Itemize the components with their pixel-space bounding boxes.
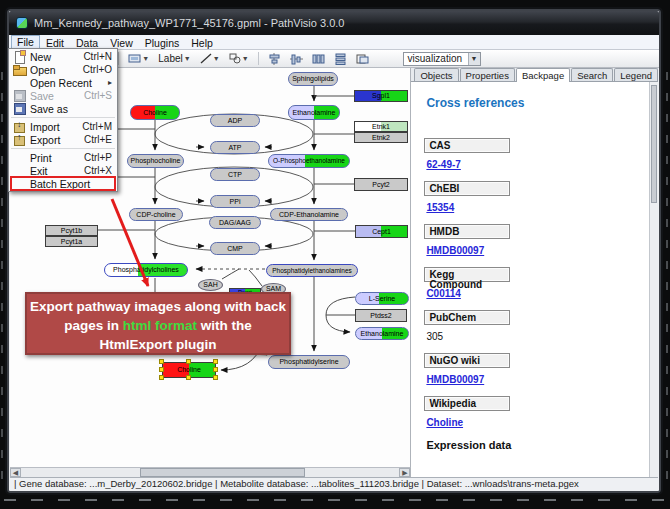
menu-item-shortcut: Ctrl+P (84, 152, 112, 163)
pathway-node-ctp[interactable]: CTP (210, 168, 260, 181)
menu-plugins[interactable]: Plugins (139, 35, 185, 49)
file-menu-item-save[interactable]: SaveCtrl+S (9, 89, 117, 102)
pathway-node-ethanolamine[interactable]: Ethanolamine (288, 105, 340, 120)
file-menu-item-batch-export[interactable]: Batch Export (9, 177, 117, 190)
xref-title: Kegg Compound (424, 267, 510, 282)
pathway-node-sphingolipids[interactable]: Sphingolipids (288, 72, 338, 86)
pathway-node-ppi[interactable]: PPi (210, 195, 260, 208)
selection-handle[interactable] (213, 359, 218, 364)
submenu-arrow-icon: ▸ (108, 78, 112, 87)
menu-help[interactable]: Help (185, 35, 219, 49)
pathway-node-phosphatidylcholines[interactable]: Phosphatidylcholines (104, 263, 188, 277)
chevron-down-icon[interactable]: ▼ (142, 55, 149, 62)
desktop-texture (4, 499, 666, 501)
pathway-node-sah[interactable]: SAH (198, 279, 223, 291)
pathway-node-choline[interactable]: Choline (130, 105, 180, 120)
menu-item-label: Save (30, 90, 54, 102)
selection-handle[interactable] (186, 375, 191, 380)
scroll-right-icon[interactable]: ▶ (399, 468, 410, 477)
pathway-node-phosphocholine[interactable]: Phosphocholine (127, 154, 184, 168)
xref-value: 305 (426, 331, 658, 342)
menu-edit[interactable]: Edit (40, 35, 70, 49)
toolbar-separator (118, 52, 119, 65)
pathway-node-etnk1[interactable]: Etnk1 (354, 121, 408, 132)
chevron-down-icon[interactable]: ▼ (213, 55, 220, 62)
tab-backpage[interactable]: Backpage (516, 68, 570, 82)
distribute-vertical-button[interactable] (331, 51, 350, 66)
pathway-node-cmp[interactable]: CMP (210, 242, 260, 255)
desktop-texture (1, 60, 3, 479)
scrollbar-thumb[interactable] (140, 468, 305, 477)
window-title: Mm_Kennedy_pathway_WP1771_45176.gpml - P… (34, 17, 344, 29)
pathway-node-pcyt1b[interactable]: Pcyt1b (45, 225, 98, 236)
file-menu-item-import[interactable]: ImportCtrl+M (9, 120, 117, 133)
pathway-node-atp[interactable]: ATP (210, 141, 260, 154)
label-tool-button[interactable]: Label ▼ (155, 51, 193, 66)
import-icon (12, 121, 27, 132)
pathway-node-pcyt1a[interactable]: Pcyt1a (45, 236, 98, 247)
pathway-node-phosphatidylethanolamines[interactable]: Phosphatidylethanolamines (266, 264, 358, 277)
pathway-node-sgpl1[interactable]: Sgpl1 (354, 90, 408, 102)
align-center-vertical-button[interactable] (287, 51, 306, 66)
pathway-node-cdp-choline[interactable]: CDP-choline (129, 208, 183, 221)
chevron-down-icon[interactable]: ▼ (242, 55, 249, 62)
chevron-down-icon[interactable]: ▼ (184, 55, 191, 62)
distribute-horizontal-button[interactable] (309, 51, 328, 66)
xref-link[interactable]: 15354 (426, 202, 658, 213)
file-menu-item-new[interactable]: NewCtrl+N (9, 50, 117, 63)
selection-handle[interactable] (213, 367, 218, 372)
file-menu-item-exit[interactable]: ExitCtrl+X (9, 164, 117, 177)
selection-handle[interactable] (159, 375, 164, 380)
pathway-node-phosphatidylserine[interactable]: Phosphatidylserine (268, 355, 350, 369)
xref-link[interactable]: HMDB00097 (426, 374, 658, 385)
pathway-node-l-serine[interactable]: L-Serine (355, 292, 409, 305)
file-menu-item-open[interactable]: OpenCtrl+O (9, 63, 117, 76)
pathway-node-pcyt2[interactable]: Pcyt2 (354, 178, 408, 191)
selection-handle[interactable] (159, 367, 164, 372)
tab-objects[interactable]: Objects (414, 68, 458, 81)
file-menu-item-open-recent[interactable]: Open Recent▸ (9, 76, 117, 89)
chevron-down-icon[interactable]: ▼ (468, 53, 480, 65)
pathway-node-ptdss2[interactable]: Ptdss2 (355, 309, 407, 322)
scrollbar-thumb[interactable] (651, 85, 657, 203)
backpage-panel: Cross references CAS62-49-7ChEBI15354HMD… (411, 82, 658, 477)
pathway-node-adp[interactable]: ADP (210, 114, 260, 127)
line-tool-button[interactable]: ▼ (197, 51, 223, 66)
tab-search[interactable]: Search (571, 68, 613, 81)
xref-section-chebi: ChEBI15354 (424, 181, 658, 213)
xref-section-cas: CAS62-49-7 (424, 138, 658, 170)
shape-tool-button[interactable]: ▼ (226, 51, 252, 66)
menu-data[interactable]: Data (70, 35, 104, 49)
panel-vertical-scrollbar[interactable] (649, 82, 658, 477)
datanode-button[interactable]: ▼ (125, 51, 152, 66)
xref-link[interactable]: 62-49-7 (426, 159, 658, 170)
tab-properties[interactable]: Properties (460, 68, 515, 81)
pathway-node-dag-aag[interactable]: DAG/AAG (209, 216, 261, 229)
tab-legend[interactable]: Legend (614, 68, 658, 81)
titlebar[interactable]: Mm_Kennedy_pathway_WP1771_45176.gpml - P… (9, 11, 659, 35)
visualization-combobox[interactable]: visualization ▼ (403, 52, 481, 66)
pathway-node-cdp-ethanolamine[interactable]: CDP-Ethanolamine (270, 208, 348, 221)
pathway-node-ethanolamine[interactable]: Ethanolamine (355, 327, 409, 340)
menu-view[interactable]: View (104, 35, 139, 49)
canvas-horizontal-scrollbar[interactable]: ◀ ▶ (10, 467, 411, 477)
xref-link[interactable]: Choline (426, 417, 658, 428)
scroll-left-icon[interactable]: ◀ (10, 468, 21, 477)
pathway-node-cept1[interactable]: Cept1 (355, 225, 408, 238)
pathway-node-etnk2[interactable]: Etnk2 (354, 132, 408, 143)
file-menu-item-print[interactable]: PrintCtrl+P (9, 151, 117, 164)
common-size-button[interactable] (353, 51, 372, 66)
file-menu-item-export[interactable]: ExportCtrl+E (9, 133, 117, 146)
selection-handle[interactable] (213, 375, 218, 380)
xref-link[interactable]: HMDB00097 (426, 245, 658, 256)
selection-handle[interactable] (159, 359, 164, 364)
menu-item-label: Open (30, 64, 56, 76)
desktop-texture (666, 60, 668, 479)
side-panel: ObjectsPropertiesBackpageSearchLegend Cr… (411, 68, 658, 477)
pathway-node-o-phosphoethanolamine[interactable]: O-Phosphoethanolamine (268, 154, 350, 168)
selection-handle[interactable] (186, 359, 191, 364)
file-menu-item-save-as[interactable]: Save as (9, 102, 117, 115)
menu-file[interactable]: File (11, 35, 40, 49)
align-center-horizontal-button[interactable] (265, 51, 284, 66)
export-icon (12, 134, 27, 145)
